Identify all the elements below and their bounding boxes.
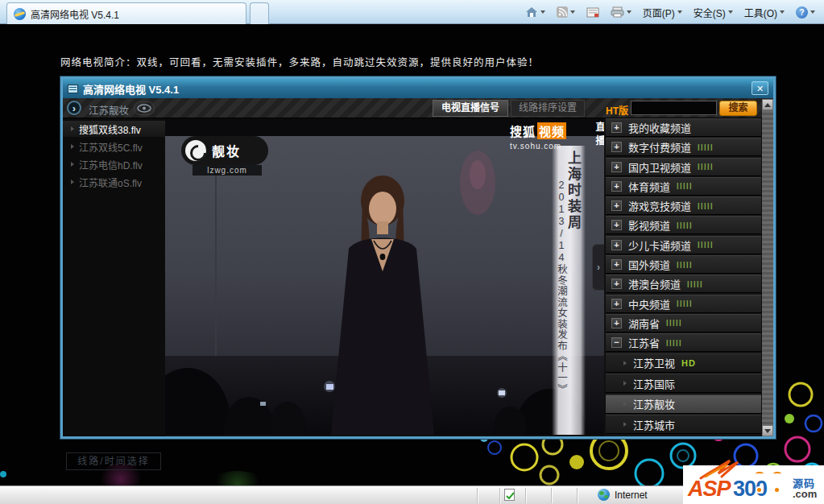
subchannel-marker-icon bbox=[623, 381, 627, 386]
channel-row[interactable]: + 我的收藏频道 bbox=[606, 118, 761, 137]
menu-tools[interactable]: 工具(O) bbox=[740, 4, 789, 21]
expand-icon[interactable]: + bbox=[611, 259, 622, 270]
menu-page-label: 页面(P) bbox=[643, 6, 675, 19]
logo-tld: .com bbox=[793, 488, 817, 500]
playlist-footer: 线路/时间选择 bbox=[66, 452, 161, 470]
channel-label: 体育频道 bbox=[628, 179, 670, 194]
player-window: 高清网络电视 V5.4.1 ✕ › 江苏靓妆 电视直播信号 线路排序设置 HT版… bbox=[60, 76, 776, 439]
scrollbar-track[interactable] bbox=[762, 110, 773, 425]
player-title: 高清网络电视 V5.4.1 bbox=[83, 81, 179, 97]
script-status-icon bbox=[504, 489, 515, 501]
menu-tools-label: 工具(O) bbox=[744, 6, 777, 19]
channel-scrollbar[interactable] bbox=[762, 99, 773, 436]
play-marker-icon bbox=[71, 180, 74, 184]
playlist-item-label: 搜狐双线38.flv bbox=[79, 122, 141, 136]
playlist-item[interactable]: 江苏联通oS.flv bbox=[63, 174, 165, 190]
browser-tab[interactable]: 高清网络电视 V5.4.1 bbox=[6, 2, 246, 24]
play-marker-icon bbox=[71, 126, 74, 131]
browser-chrome: 高清网络电视 V5.4.1 页面(P) bbox=[0, 0, 824, 24]
scroll-down-button[interactable] bbox=[762, 425, 773, 436]
channel-row[interactable]: + 体育频道 IIIII bbox=[606, 177, 761, 196]
mail-icon bbox=[586, 7, 599, 18]
expand-icon[interactable]: + bbox=[611, 220, 622, 230]
expand-icon[interactable]: + bbox=[611, 122, 622, 133]
rss-caret-icon bbox=[570, 10, 575, 14]
subchannel-row[interactable]: 江苏卫视 HD bbox=[606, 353, 761, 373]
expand-icon[interactable]: + bbox=[611, 299, 622, 309]
channel-row[interactable]: + 中央频道 IIIII bbox=[606, 295, 761, 313]
menu-safety[interactable]: 安全(S) bbox=[689, 4, 737, 21]
mail-button[interactable] bbox=[582, 6, 603, 19]
channel-label: 我的收藏频道 bbox=[628, 120, 691, 135]
channel-row[interactable]: + 影视频道 IIIII bbox=[606, 216, 761, 234]
subchannel-row[interactable]: 江苏国际 bbox=[606, 374, 761, 393]
watch-toggle-button[interactable] bbox=[134, 101, 155, 115]
help-caret-icon bbox=[810, 10, 815, 14]
menu-page[interactable]: 页面(P) bbox=[639, 4, 686, 21]
panel-collapse-handle[interactable]: › bbox=[592, 244, 604, 291]
page-background: 网络电视简介：双线，可回看，无需安装插件，多来路，自动跳过失效资源，提供良好的用… bbox=[0, 24, 824, 486]
subchannel-row[interactable]: 江苏城市 bbox=[606, 415, 761, 434]
expand-icon[interactable]: + bbox=[611, 162, 622, 172]
expand-icon[interactable]: + bbox=[611, 240, 622, 250]
safety-caret-icon bbox=[728, 10, 733, 14]
new-tab-button[interactable] bbox=[250, 2, 269, 24]
search-button[interactable]: 搜索 bbox=[719, 101, 757, 116]
expand-icon[interactable]: + bbox=[611, 200, 622, 211]
playlist-item[interactable]: 搜狐双线38.flv bbox=[63, 121, 165, 137]
statusbar-separator bbox=[477, 488, 478, 503]
help-button[interactable]: ? bbox=[792, 5, 819, 20]
scroll-up-button[interactable] bbox=[762, 99, 773, 110]
signal-bars-icon: IIIII bbox=[698, 200, 714, 211]
play-marker-icon bbox=[71, 144, 74, 149]
banner-subtitle: 2013/14秋冬潮流女装发布《十一》 bbox=[554, 180, 569, 395]
logo-steam-icon bbox=[773, 472, 781, 476]
subchannel-label: 江苏卫视 bbox=[633, 355, 675, 370]
station-watermark: 靓妆 bbox=[181, 136, 268, 165]
expand-icon[interactable]: + bbox=[611, 279, 622, 289]
signal-bars-icon: IIIII bbox=[677, 181, 693, 192]
tab-live-signal[interactable]: 电视直播信号 bbox=[433, 100, 508, 117]
close-button[interactable]: ✕ bbox=[752, 81, 768, 95]
expand-icon[interactable]: + bbox=[611, 142, 622, 152]
channel-row[interactable]: + 游戏竞技频道 IIIII bbox=[606, 196, 761, 215]
subchannel-row-selected[interactable]: 江苏靓妆 bbox=[606, 395, 761, 414]
expand-icon[interactable]: + bbox=[611, 318, 622, 328]
scroll-up-icon bbox=[764, 103, 771, 107]
statusbar-separator bbox=[525, 488, 526, 503]
search-input[interactable] bbox=[631, 101, 717, 115]
video-player[interactable]: 靓妆 lzwg.com 搜狐 视频 tv.sohu.com 直播 上海时装周 2… bbox=[165, 118, 604, 435]
playlist-item-label: 江苏双线5C.flv bbox=[79, 140, 143, 154]
logo-dot-icon bbox=[773, 486, 781, 494]
rss-button[interactable] bbox=[553, 5, 579, 19]
playlist-sidebar: 搜狐双线38.flv 江苏双线5C.flv 江苏电信hD.flv 江苏联通oS.… bbox=[63, 118, 165, 436]
logo-steam-icon bbox=[756, 472, 764, 476]
browser-tab-title: 高清网络电视 V5.4.1 bbox=[31, 7, 119, 21]
hd-badge: HD bbox=[681, 358, 696, 368]
channel-row[interactable]: + 少儿卡通频道 IIIII bbox=[606, 236, 761, 254]
channel-row[interactable]: + 数字付费频道 IIIII bbox=[606, 138, 761, 156]
expand-icon[interactable]: + bbox=[611, 181, 622, 192]
channel-row[interactable]: + 国内卫视频道 IIIII bbox=[606, 158, 761, 176]
collapse-icon[interactable]: − bbox=[611, 337, 622, 348]
home-caret-icon bbox=[540, 10, 545, 14]
channel-row[interactable]: + 港澳台频道 IIIII bbox=[606, 275, 761, 293]
playlist-item[interactable]: 江苏双线5C.flv bbox=[63, 138, 165, 155]
sohu-brand: 搜狐 bbox=[510, 122, 536, 139]
menu-safety-label: 安全(S) bbox=[694, 6, 726, 19]
version-label: HT版 bbox=[606, 103, 628, 117]
channel-row-expanded[interactable]: − 江苏省 IIIII bbox=[606, 333, 761, 352]
live-label: 直播 bbox=[593, 122, 604, 149]
playlist-item[interactable]: 江苏电信hD.flv bbox=[63, 156, 165, 172]
channel-row[interactable]: + 国外频道 IIIII bbox=[606, 255, 761, 274]
print-caret-icon bbox=[627, 10, 631, 14]
channel-expand-button[interactable]: › bbox=[67, 101, 81, 115]
print-button[interactable] bbox=[607, 5, 636, 19]
security-zone[interactable]: Internet bbox=[598, 489, 648, 501]
signal-bars-icon: IIIII bbox=[677, 259, 693, 270]
statusbar-separator bbox=[577, 488, 578, 503]
channel-row[interactable]: + 湖南省 IIIII bbox=[606, 314, 761, 333]
tab-line-sort[interactable]: 线路排序设置 bbox=[511, 100, 585, 117]
home-button[interactable] bbox=[521, 5, 549, 19]
signal-bars-icon: IIIII bbox=[666, 318, 682, 328]
